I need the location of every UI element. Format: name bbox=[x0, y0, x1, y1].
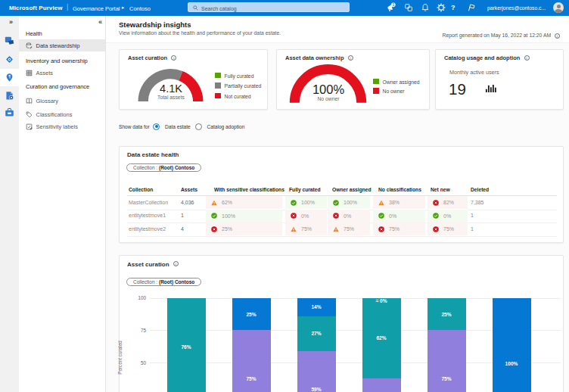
svg-text:¶: ¶ bbox=[8, 75, 11, 79]
svg-text:1: 1 bbox=[392, 3, 394, 7]
